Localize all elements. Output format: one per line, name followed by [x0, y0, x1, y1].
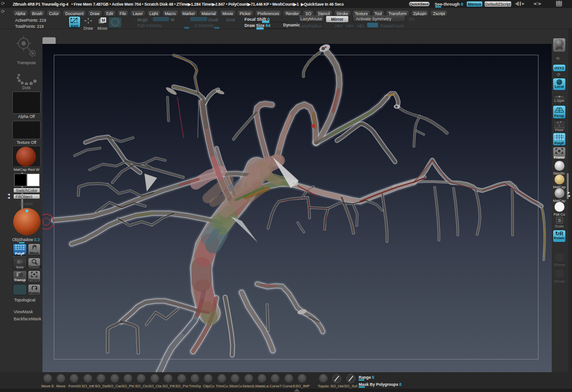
svg-text:M: M [101, 18, 105, 23]
